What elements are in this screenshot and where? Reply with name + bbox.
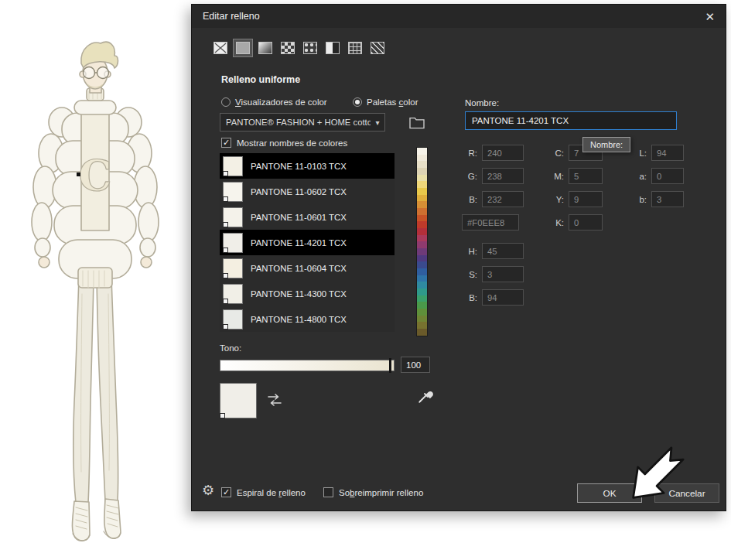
eyedropper-icon	[417, 386, 436, 405]
uniform-fill-icon[interactable]	[233, 39, 253, 57]
name-field-label: Nombre:	[465, 98, 499, 108]
close-icon[interactable]: ✕	[705, 11, 715, 22]
vector-pattern-fill-icon[interactable]	[278, 39, 298, 57]
radio-dot[interactable]	[353, 97, 362, 107]
swatch-corner-marker	[220, 413, 225, 418]
tint-slider[interactable]	[220, 360, 395, 371]
strip-color[interactable]	[417, 195, 427, 202]
cancel-button[interactable]: Cancelar	[654, 483, 719, 503]
color-swatch	[223, 284, 243, 304]
strip-color[interactable]	[417, 322, 427, 329]
radio-color-viewers[interactable]: Visualizadores de color	[221, 97, 327, 107]
strip-color[interactable]	[417, 215, 427, 222]
color-name: PANTONE 11-0103 TCX	[251, 162, 347, 171]
k-field: 0	[569, 214, 603, 230]
strip-color[interactable]	[417, 208, 427, 215]
wrap-fill-checkbox[interactable]: ✓ Espiral de relleno	[221, 487, 306, 497]
check-icon: ✓	[223, 138, 230, 147]
strip-color[interactable]	[417, 316, 427, 323]
ok-button[interactable]: OK	[577, 483, 642, 503]
lab-b-field: 3	[651, 191, 684, 207]
strip-color[interactable]	[417, 329, 427, 336]
palette-dropdown-value: PANTONE® FASHION + HOME cotto...	[220, 118, 371, 127]
color-swatch	[223, 207, 243, 227]
strip-color[interactable]	[417, 161, 427, 168]
color-name-combobox[interactable]: PANTONE 11-4201 TCX ▾	[465, 111, 677, 130]
open-palette-button[interactable]	[407, 113, 427, 131]
lab-fields: L:94 a:0 b:3	[631, 145, 684, 207]
g-field: 238	[482, 168, 524, 184]
strip-color[interactable]	[417, 255, 427, 262]
pants	[73, 277, 118, 503]
eyedropper-button[interactable]	[416, 385, 436, 405]
radio-dot[interactable]	[221, 97, 231, 107]
pantone-list-item[interactable]: PANTONE 11-4201 TCX	[220, 230, 395, 255]
show-color-names-checkbox[interactable]: ✓ Mostrar nombres de colores	[221, 138, 347, 148]
strip-color[interactable]	[417, 201, 427, 208]
gear-icon[interactable]: ⚙	[202, 483, 214, 497]
hsb-fields: H:45 S:3 B:94	[462, 243, 524, 306]
color-swatch	[223, 156, 243, 176]
strip-color[interactable]	[417, 275, 427, 282]
strip-color[interactable]	[417, 268, 427, 275]
chevron-down-icon[interactable]: ▾	[371, 118, 384, 127]
pantone-list-item[interactable]: PANTONE 11-0604 TCX	[220, 255, 395, 281]
pantone-list-item[interactable]: PANTONE 11-4300 TCX	[220, 281, 395, 306]
strip-color[interactable]	[417, 188, 427, 195]
strip-color[interactable]	[417, 221, 427, 228]
strip-color[interactable]	[417, 168, 427, 175]
dialog-titlebar[interactable]: Editar relleno ✕	[192, 5, 726, 28]
checkbox-box[interactable]: ✓	[221, 138, 231, 148]
swap-arrows-icon	[266, 392, 283, 408]
check-icon: ✓	[223, 488, 230, 497]
strip-color[interactable]	[417, 155, 427, 162]
strip-color[interactable]	[417, 235, 427, 242]
sweater-letter: C	[79, 151, 112, 200]
checkbox-box[interactable]: ✓	[221, 487, 231, 497]
dialog-title: Editar relleno	[203, 11, 260, 22]
strip-color[interactable]	[417, 175, 427, 182]
two-color-pattern-fill-icon[interactable]	[323, 39, 343, 57]
postscript-fill-icon[interactable]	[367, 39, 388, 57]
palette-strip[interactable]	[416, 147, 428, 336]
strip-color[interactable]	[417, 295, 427, 302]
pantone-list-item[interactable]: PANTONE 11-4800 TCX	[220, 306, 395, 332]
fashion-illustration: C	[2, 39, 190, 555]
color-name: PANTONE 11-0602 TCX	[251, 187, 347, 196]
strip-color[interactable]	[417, 261, 427, 268]
strip-color[interactable]	[417, 248, 427, 255]
strip-color[interactable]	[417, 302, 427, 309]
tint-slider-handle[interactable]	[389, 358, 391, 373]
swap-colors-button[interactable]	[265, 390, 285, 410]
head	[80, 42, 118, 93]
edit-fill-dialog: Editar relleno ✕ Relleno uniforme Visual…	[191, 4, 726, 511]
strip-color[interactable]	[417, 148, 427, 155]
fountain-fill-icon[interactable]	[255, 39, 275, 57]
folder-icon	[408, 115, 425, 129]
boots	[72, 499, 121, 541]
overprint-fill-checkbox[interactable]: Sobreimprimir relleno	[323, 487, 423, 497]
strip-color[interactable]	[417, 309, 427, 316]
bitmap-pattern-fill-icon[interactable]	[300, 39, 320, 57]
pantone-color-list[interactable]: PANTONE 11-0103 TCXPANTONE 11-0602 TCXPA…	[220, 153, 395, 332]
pantone-list-item[interactable]: PANTONE 11-0601 TCX	[220, 204, 395, 230]
strip-color[interactable]	[417, 282, 427, 289]
strip-color[interactable]	[417, 241, 427, 248]
hex-field: #F0EEE8	[462, 214, 519, 230]
pantone-list-item[interactable]: PANTONE 11-0103 TCX	[220, 153, 395, 179]
strip-color[interactable]	[417, 228, 427, 235]
texture-fill-icon[interactable]	[345, 39, 365, 57]
strip-color[interactable]	[417, 289, 427, 295]
no-fill-icon[interactable]	[210, 39, 231, 57]
color-swatch	[223, 258, 243, 278]
radio-color-palettes[interactable]: Paletas color	[353, 97, 418, 107]
r-field: 240	[482, 145, 524, 161]
pantone-list-item[interactable]: PANTONE 11-0602 TCX	[220, 179, 395, 204]
palette-dropdown[interactable]: PANTONE® FASHION + HOME cotto... ▾	[220, 113, 385, 131]
checkbox-box[interactable]	[323, 487, 333, 497]
tint-value-field[interactable]: 100	[401, 357, 430, 373]
y-field: 9	[569, 191, 603, 207]
strip-color[interactable]	[417, 181, 427, 188]
rgb-fields: R:240 G:238 B:232 #F0EEE8	[462, 145, 524, 230]
l-field: 94	[651, 145, 684, 161]
